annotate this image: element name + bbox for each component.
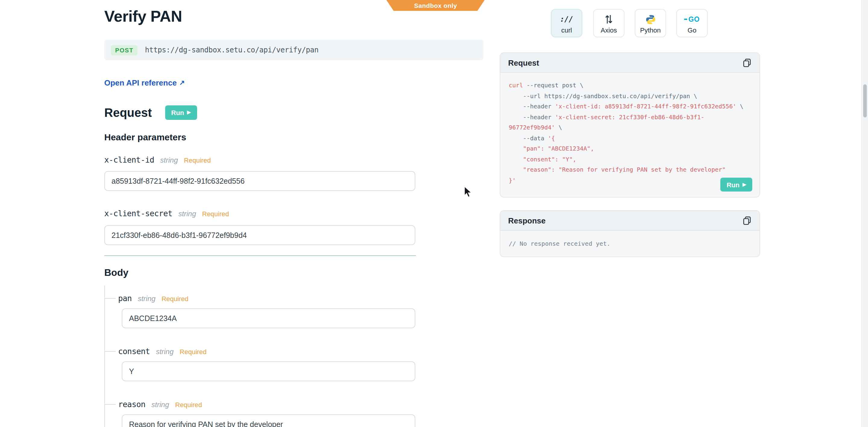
request-panel-title: Request <box>508 58 539 67</box>
go-icon: GO <box>684 14 700 25</box>
tab-label: Python <box>640 27 661 34</box>
tab-python[interactable]: Python <box>635 9 666 37</box>
endpoint-box: POST https://dg-sandbox.setu.co/api/veri… <box>104 40 484 60</box>
sandbox-badge: Sandbox only <box>386 0 485 11</box>
section-divider <box>104 255 416 256</box>
tab-label: curl <box>561 27 572 34</box>
tab-axios[interactable]: Axios <box>593 9 624 37</box>
param-type: string <box>151 400 169 409</box>
param-label-x-client-secret: x-client-secret string Required <box>104 209 229 218</box>
tab-go[interactable]: GO Go <box>676 9 708 37</box>
panel-run-button[interactable]: Run ▶ <box>721 178 752 192</box>
required-badge: Required <box>175 401 202 408</box>
tree-tick <box>104 404 116 405</box>
param-label-pan: pan string Required <box>118 294 188 303</box>
header-parameters-heading: Header parameters <box>104 132 186 142</box>
required-badge: Required <box>184 157 211 164</box>
required-badge: Required <box>202 210 229 218</box>
curl-code: curl --request post \ --url https://dg-s… <box>509 80 755 186</box>
reason-input[interactable] <box>122 414 415 427</box>
x-client-id-input[interactable] <box>104 171 415 191</box>
param-name: pan <box>118 294 132 303</box>
mouse-cursor <box>464 186 474 201</box>
run-button[interactable]: Run ▶ <box>165 105 197 120</box>
param-label-consent: consent string Required <box>118 347 207 356</box>
body-heading: Body <box>104 267 128 278</box>
copy-icon[interactable] <box>743 58 752 67</box>
request-panel-body: curl --request post \ --url https://dg-s… <box>500 73 760 197</box>
page-title: Verify PAN <box>104 7 182 26</box>
param-label-reason: reason string Required <box>118 400 202 409</box>
response-panel-body: // No response received yet. <box>500 231 760 257</box>
tab-curl[interactable]: :// curl <box>551 9 582 37</box>
consent-input[interactable] <box>122 361 415 381</box>
param-label-x-client-id: x-client-id string Required <box>104 155 211 164</box>
param-type: string <box>179 209 196 218</box>
tree-tick <box>104 298 116 299</box>
run-button-label: Run <box>171 109 184 116</box>
tab-label: Axios <box>601 27 617 34</box>
request-panel-header: Request <box>500 53 760 73</box>
request-panel: Request curl --request post \ --url http… <box>500 53 760 198</box>
python-icon <box>645 14 655 25</box>
x-client-secret-input[interactable] <box>104 225 415 245</box>
copy-icon[interactable] <box>743 216 752 225</box>
required-badge: Required <box>161 295 188 302</box>
axios-icon <box>604 14 613 25</box>
endpoint-url: https://dg-sandbox.setu.co/api/verify/pa… <box>145 46 318 54</box>
method-badge: POST <box>111 45 138 55</box>
tree-connector-line <box>104 286 105 427</box>
param-name: consent <box>118 347 150 356</box>
response-panel: Response // No response received yet. <box>500 210 760 257</box>
run-button-label: Run <box>727 181 740 188</box>
page: Sandbox only Verify PAN POST https://dg-… <box>0 0 868 427</box>
tab-label: Go <box>687 27 696 34</box>
play-icon: ▶ <box>743 182 746 187</box>
scrollbar-thumb[interactable] <box>863 84 867 118</box>
param-type: string <box>156 348 174 356</box>
param-type: string <box>160 156 178 164</box>
scrollbar-track[interactable] <box>861 0 868 427</box>
tree-tick <box>104 351 116 352</box>
curl-icon: :// <box>560 14 573 25</box>
api-reference-link[interactable]: Open API reference ↗ <box>104 78 185 87</box>
response-panel-title: Response <box>508 216 546 225</box>
param-name: x-client-secret <box>104 209 173 218</box>
required-badge: Required <box>180 348 207 355</box>
response-panel-header: Response <box>500 211 760 231</box>
response-placeholder: // No response received yet. <box>509 240 610 247</box>
param-name: reason <box>118 400 145 409</box>
pan-input[interactable] <box>122 308 415 328</box>
param-type: string <box>138 295 156 303</box>
param-name: x-client-id <box>104 155 154 164</box>
request-heading: Request <box>104 106 152 120</box>
api-reference-label: Open API reference <box>104 78 177 87</box>
external-link-icon: ↗ <box>179 79 184 87</box>
play-icon: ▶ <box>187 110 191 115</box>
